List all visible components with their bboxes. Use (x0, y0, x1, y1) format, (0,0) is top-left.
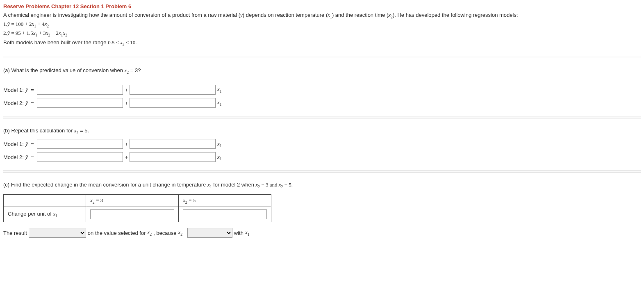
part-c-result-row: The result on the value selected for x2,… (3, 228, 641, 238)
result-x1: x1 (245, 229, 250, 237)
part-a-model1-row: Model 1: ŷ = + x1 (3, 85, 641, 95)
result-x2: x2 (147, 229, 152, 237)
table-header-x2-3: x2 = 3 (86, 194, 179, 207)
trail-x1: x1 (217, 86, 222, 93)
model1-label: Model 1: (3, 87, 24, 93)
part-c-text-c: = 3 and (260, 182, 279, 188)
row-label: Change per unit of x1 (4, 207, 86, 222)
part-b-model2-row: Model 2: ŷ = + x1 (3, 152, 641, 162)
equation-1: ŷ (7, 21, 10, 27)
range-expr: 0.5 ≤ x2 ≤ 10. (108, 39, 137, 45)
part-a-model1-input-1[interactable] (37, 85, 123, 95)
divider (3, 170, 641, 173)
plus-sign: + (125, 154, 128, 160)
range-text-a: Both models have been built over the ran… (3, 39, 108, 45)
yhat-label: ŷ (25, 86, 28, 93)
part-b-model2-input-1[interactable] (37, 152, 123, 162)
part-a-model1-input-2[interactable] (130, 85, 216, 95)
part-a-text-a: (a) What is the predicted value of conve… (3, 67, 125, 73)
result-text-b: on the value selected for (88, 230, 146, 236)
yhat-label: ŷ (25, 154, 28, 160)
trail-x1: x1 (217, 141, 222, 148)
model2-label: Model 2: (3, 100, 24, 106)
table-header-x2-5: x2 = 5 (179, 194, 271, 207)
part-a-text-b: = 3? (129, 67, 141, 73)
trail-x1: x1 (217, 154, 222, 161)
var-x1: x1 (328, 12, 332, 18)
part-a-model2-input-2[interactable] (130, 98, 216, 108)
part-a-x2: x2 (125, 67, 129, 73)
plus-sign: + (125, 141, 128, 147)
equation-1-body: = 100 + 2x1 + 4x2 (11, 21, 49, 27)
part-b-model1-input-1[interactable] (37, 139, 123, 149)
part-c-text-d: = 5. (283, 182, 293, 188)
part-c-input-x2-3[interactable] (90, 209, 174, 219)
result-x2b: x2 (178, 229, 183, 237)
intro-text-1: A chemical engineer is investigating how… (3, 12, 240, 18)
divider (3, 56, 641, 58)
table-row: Change per unit of x1 (4, 207, 271, 222)
yhat-label: ŷ (25, 100, 28, 106)
part-c-text-a: (c) Find the expected change in the mean… (3, 182, 207, 188)
result-text-c: , because (153, 230, 176, 236)
eq1-prefix: 1. (3, 21, 7, 27)
intro-text-4: ). He has developed the following regres… (393, 12, 518, 18)
problem-title: Reserve Problems Chapter 12 Section 1 Pr… (3, 3, 641, 9)
var-x2: x2 (388, 12, 393, 18)
table-header-row: x2 = 3 x2 = 5 (4, 194, 271, 207)
part-a-model2-input-1[interactable] (37, 98, 123, 108)
part-c-input-x2-5[interactable] (183, 209, 267, 219)
plus-sign: + (125, 100, 128, 106)
yhat-label: ŷ (25, 141, 28, 147)
model2-label: Model 2: (3, 154, 24, 160)
part-c-x2a: x2 (256, 182, 260, 188)
model1-label: Model 1: (3, 141, 24, 147)
equation-2: ŷ (7, 30, 10, 36)
part-c-x1: x1 (207, 182, 212, 188)
plus-sign: + (125, 87, 128, 93)
problem-intro: A chemical engineer is investigating how… (3, 11, 641, 48)
part-b-model2-input-2[interactable] (130, 152, 216, 162)
result-dropdown-1[interactable] (29, 228, 86, 238)
part-b-model1-row: Model 1: ŷ = + x1 (3, 139, 641, 149)
result-text-a: The result (3, 230, 27, 236)
result-dropdown-2[interactable] (187, 228, 232, 238)
cell-x2-5 (179, 207, 271, 222)
part-b-x2: x2 (74, 127, 79, 134)
part-a-model2-row: Model 2: ŷ = + x1 (3, 98, 641, 108)
equation-2-body: = 95 + 1.5x1 + 3x2 + 2x1x2 (11, 30, 67, 36)
part-b-model1-input-2[interactable] (130, 139, 216, 149)
intro-text-2: ) depends on reaction temperature ( (243, 12, 328, 18)
table-header-blank (4, 194, 86, 207)
part-c-text-b: for model 2 when (212, 182, 256, 188)
intro-text-3: ) and the reaction time ( (332, 12, 388, 18)
part-b-text-b: = 5. (78, 127, 89, 134)
part-c-question: (c) Find the expected change in the mean… (3, 181, 641, 190)
divider (3, 116, 641, 118)
result-text-d: with (234, 230, 243, 236)
part-a-question: (a) What is the predicted value of conve… (3, 66, 641, 75)
part-c-table: x2 = 3 x2 = 5 Change per unit of x1 (3, 194, 271, 223)
trail-x1: x1 (217, 99, 222, 107)
eq2-prefix: 2. (3, 30, 7, 36)
cell-x2-3 (86, 207, 179, 222)
part-b-question: (b) Repeat this calculation for x2 = 5. (3, 127, 641, 136)
part-b-text-a: (b) Repeat this calculation for (3, 127, 74, 134)
part-c-x2b: x2 (279, 182, 283, 188)
